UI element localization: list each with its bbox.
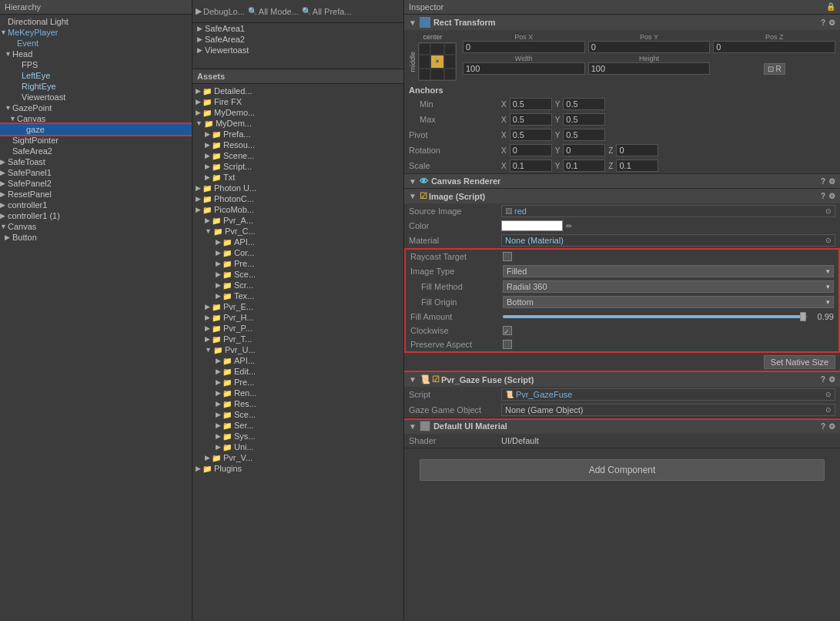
rotation-y-input[interactable] <box>563 144 605 156</box>
width-input[interactable] <box>463 62 585 75</box>
fill-origin-dropdown[interactable]: Bottom <box>503 296 834 308</box>
anchor-min-y-input[interactable] <box>563 98 605 110</box>
assets-mydemo2[interactable]: ▼ 📁 MyDem... <box>192 118 403 129</box>
hierarchy-item-controller1b[interactable]: ▶ controller1 (1) <box>0 210 192 221</box>
hierarchy-item-safepanel2[interactable]: ▶ SafePanel2 <box>0 178 192 189</box>
fill-amount-track[interactable] <box>503 315 808 318</box>
assets-scripts[interactable]: ▶ 📁 Script... <box>192 161 403 172</box>
assets-list[interactable]: ▶ 📁 Detailed... ▶ 📁 Fire FX ▶ 📁 MyDemo..… <box>192 84 403 621</box>
assets-pvr-a[interactable]: ▶ 📁 Pvr_A... <box>192 215 403 226</box>
assets-mydemo1[interactable]: ▶ 📁 MyDemo... <box>192 107 403 118</box>
pvr-gaze-fuse-checkbox[interactable]: ☑ <box>432 374 440 384</box>
fill-amount-thumb[interactable] <box>800 312 806 321</box>
image-script-toggle[interactable]: ▼ <box>409 192 417 200</box>
assets-pvr-v[interactable]: ▶ 📁 Pvr_V... <box>192 452 403 463</box>
rotation-z-input[interactable] <box>616 144 658 156</box>
assets-detailed[interactable]: ▶ 📁 Detailed... <box>192 86 403 96</box>
pvr-gaze-fuse-header[interactable]: ▼ 📜 ☑ Pvr_Gaze Fuse (Script) ? ⚙ <box>404 372 840 387</box>
image-script-settings-icon[interactable]: ⚙ <box>828 192 835 200</box>
default-ui-material-header[interactable]: ▼ Default UI Material ? ⚙ <box>404 418 840 434</box>
source-image-dot[interactable]: ⊙ <box>825 207 832 215</box>
default-ui-material-toggle[interactable]: ▼ <box>409 422 417 431</box>
pvr-gaze-fuse-toggle[interactable]: ▼ <box>409 375 417 384</box>
anchor-grid[interactable]: ✕ <box>418 42 457 81</box>
hierarchy-item-viewertoast[interactable]: Viewertoast <box>0 92 192 102</box>
scene-item-viewertoast[interactable]: ▶ Viewertoast <box>192 45 403 55</box>
set-native-size-button[interactable]: Set Native Size <box>764 355 835 369</box>
scale-x-input[interactable] <box>510 159 552 172</box>
assets-photon-u[interactable]: ▶ 📁 Photon U... <box>192 183 403 193</box>
scene-item-safearea1[interactable]: ▶ SafeArea1 <box>192 23 403 34</box>
hierarchy-item-gaze[interactable]: gaze <box>0 124 192 135</box>
assets-pvr-c[interactable]: ▼ 📁 Pvr_C... <box>192 226 403 237</box>
assets-pvr-c-scr[interactable]: ▶ 📁 Scr... <box>192 280 403 290</box>
assets-resources[interactable]: ▶ 📁 Resou... <box>192 139 403 150</box>
image-script-header[interactable]: ▼ ☑ Image (Script) ? ⚙ <box>404 189 840 203</box>
scene-item-safearea2[interactable]: ▶ SafeArea2 <box>192 34 403 45</box>
gaze-object-ref[interactable]: None (Game Object) ⊙ <box>501 404 835 416</box>
all-prefabs-item[interactable]: 🔍 All Prefa... <box>302 7 352 16</box>
anchor-max-x-input[interactable] <box>510 113 552 126</box>
assets-plugins[interactable]: ▶ 📁 Plugins <box>192 463 403 474</box>
hierarchy-item-gazepoint[interactable]: ▼ GazePoint <box>0 102 192 113</box>
rect-transform-header[interactable]: ▼ Rect Transform ? ⚙ <box>404 15 840 30</box>
canvas-renderer-header[interactable]: ▼ 👁 Canvas Renderer ? ⚙ <box>404 174 840 188</box>
assets-pvr-c-pre[interactable]: ▶ 📁 Pre... <box>192 258 403 269</box>
assets-pvr-c-tex[interactable]: ▶ 📁 Tex... <box>192 290 403 301</box>
image-script-checkbox[interactable]: ☑ <box>420 191 427 201</box>
height-input[interactable] <box>588 62 711 75</box>
hierarchy-item-event[interactable]: Event <box>0 38 192 49</box>
assets-fire-fx[interactable]: ▶ 📁 Fire FX <box>192 96 403 107</box>
assets-pvr-c-cor[interactable]: ▶ 📁 Cor... <box>192 247 403 258</box>
scale-y-input[interactable] <box>563 159 605 172</box>
r-button[interactable]: ⊡ R <box>764 63 785 75</box>
assets-photon-c[interactable]: ▶ 📁 PhotonC... <box>192 193 403 204</box>
rotation-x-input[interactable] <box>510 144 552 156</box>
default-ui-material-settings-icon[interactable]: ⚙ <box>828 422 835 431</box>
pivot-x-input[interactable] <box>510 129 552 141</box>
image-type-dropdown[interactable]: Filled <box>503 265 834 277</box>
assets-pvr-u-api[interactable]: ▶ 📁 API... <box>192 355 403 366</box>
hierarchy-item-mekeylayer[interactable]: ▼ MeKeyPlayer <box>0 27 192 38</box>
assets-pvr-u-sys[interactable]: ▶ 📁 Sys... <box>192 431 403 441</box>
rect-transform-toggle[interactable]: ▼ <box>409 18 417 27</box>
pos-y-input[interactable] <box>588 41 711 53</box>
assets-pvr-u-edit[interactable]: ▶ 📁 Edit... <box>192 366 403 377</box>
canvas-renderer-settings-icon[interactable]: ⚙ <box>828 177 835 186</box>
hierarchy-item-righteye[interactable]: RightEye <box>0 81 192 92</box>
inspector-lock-icon[interactable]: 🔒 <box>826 2 835 11</box>
color-edit-icon[interactable]: ✏ <box>566 222 572 230</box>
raycast-target-checkbox[interactable] <box>503 252 512 261</box>
hierarchy-item-head[interactable]: ▼ Head <box>0 49 192 59</box>
hierarchy-item-fps[interactable]: FPS <box>0 59 192 70</box>
all-models-item[interactable]: 🔍 All Mode... <box>248 7 299 16</box>
hierarchy-item-resetpanel[interactable]: ▶ ResetPanel <box>0 189 192 200</box>
script-ref-dot[interactable]: ⊙ <box>825 391 832 398</box>
script-ref[interactable]: 📜 Pvr_GazeFuse ⊙ <box>501 388 835 401</box>
pos-z-input[interactable] <box>713 41 835 53</box>
fill-method-dropdown[interactable]: Radial 360 <box>503 280 834 293</box>
assets-pvr-u-uni[interactable]: ▶ 📁 Uni... <box>192 441 403 452</box>
assets-scenes[interactable]: ▶ 📁 Scene... <box>192 150 403 161</box>
material-ref[interactable]: None (Material) ⊙ <box>501 234 835 247</box>
anchor-max-y-input[interactable] <box>563 113 605 126</box>
assets-prefabs[interactable]: ▶ 📁 Prefa... <box>192 129 403 139</box>
hierarchy-item-lefteye[interactable]: LeftEye <box>0 70 192 81</box>
hierarchy-item-button[interactable]: ▶ Button <box>0 232 192 243</box>
hierarchy-item-canvas2[interactable]: ▼ Canvas <box>0 221 192 232</box>
color-swatch[interactable] <box>501 220 563 231</box>
assets-pvr-u-ser[interactable]: ▶ 📁 Ser... <box>192 420 403 431</box>
canvas-renderer-toggle[interactable]: ▼ <box>409 177 417 186</box>
assets-pvr-u-pre[interactable]: ▶ 📁 Pre... <box>192 377 403 388</box>
rect-transform-settings-icon[interactable]: ⚙ <box>828 18 835 27</box>
pvr-gaze-fuse-settings-icon[interactable]: ⚙ <box>828 375 835 384</box>
assets-pvr-u[interactable]: ▼ 📁 Pvr_U... <box>192 344 403 355</box>
hierarchy-item-safearea2[interactable]: SafeArea2 <box>0 146 192 156</box>
debug-loc-item[interactable]: ▶ DebugLo... <box>196 6 245 16</box>
assets-pvr-u-sce[interactable]: ▶ 📁 Sce... <box>192 409 403 420</box>
assets-pvr-p[interactable]: ▶ 📁 Pvr_P... <box>192 323 403 334</box>
anchor-min-x-input[interactable] <box>510 98 552 110</box>
hierarchy-item-sightpointer[interactable]: SightPointer <box>0 135 192 146</box>
gaze-object-dot[interactable]: ⊙ <box>825 406 832 414</box>
assets-pvr-c-api[interactable]: ▶ 📁 API... <box>192 237 403 247</box>
